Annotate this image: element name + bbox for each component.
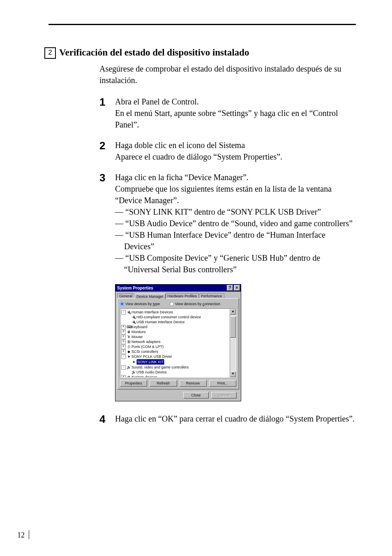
radio-label-part: ype — [154, 302, 160, 306]
section-title: Verificación del estado del dispositivo … — [59, 47, 249, 58]
radio-by-connection[interactable]: View devices by connection — [170, 302, 220, 306]
tree-item[interactable]: Network adapters — [131, 339, 161, 344]
tree-item[interactable]: Sound, video and game controllers — [131, 365, 189, 370]
tree-expand-icon[interactable]: + — [121, 375, 126, 378]
step-line: Haga doble clic en el icono del Sistema — [115, 139, 356, 151]
step-bullet: — “SONY LINK KIT” dentro de “SONY PCLK U… — [115, 206, 356, 218]
tree-collapse-icon[interactable]: - — [121, 354, 126, 359]
dialog-titlebar: System Properties ? × — [115, 285, 241, 292]
radio-by-connection-input[interactable] — [170, 302, 174, 306]
tree-item[interactable]: SONY PCLK USB Driver — [131, 354, 172, 359]
step-line: En el menú Start, apunte sobre “Settings… — [115, 107, 356, 130]
system-properties-dialog: System Properties ? × General Device Man… — [115, 284, 241, 401]
close-dialog-button[interactable]: Close — [183, 392, 209, 398]
step-number: 2 — [99, 140, 108, 162]
step-4: 4 Haga clic en “OK” para cerrar el cuadr… — [99, 413, 356, 424]
radio-by-type[interactable]: View devices by type — [120, 302, 160, 306]
print-button[interactable]: Print... — [209, 380, 236, 387]
tree-item[interactable]: USB Audio Device — [136, 370, 167, 375]
tree-item[interactable]: Keyboard — [131, 324, 148, 329]
tab-device-manager[interactable]: Device Manager — [134, 294, 166, 299]
device-tree[interactable]: -🔌Human Interface Devices 🔌HID-compliant… — [120, 309, 230, 377]
top-rule — [48, 24, 356, 25]
tree-item[interactable]: HID-compliant consumer control device — [136, 315, 201, 320]
sound-icon: 🔊 — [131, 370, 136, 375]
scrollbar[interactable]: ▲ ▼ — [230, 309, 236, 377]
tree-expand-icon[interactable]: + — [121, 340, 126, 344]
tree-item[interactable]: Mouse — [131, 334, 143, 339]
scroll-thumb[interactable] — [230, 316, 236, 338]
dialog-tabs: General Device Manager Hardware Profiles… — [117, 293, 239, 298]
step-number: 1 — [99, 97, 108, 130]
tree-expand-icon[interactable]: + — [121, 350, 126, 354]
step-1: 1 Abra el Panel de Control. En el menú S… — [99, 96, 356, 130]
tree-expand-icon[interactable]: + — [121, 330, 126, 334]
tree-collapse-icon[interactable]: - — [121, 365, 126, 370]
help-button[interactable]: ? — [227, 285, 233, 291]
step-line: Abra el Panel de Control. — [115, 96, 356, 107]
tree-item-selected[interactable]: SONY LINK KIT — [136, 359, 164, 365]
page-number-value: 12 — [17, 531, 25, 539]
refresh-button[interactable]: Refresh — [150, 380, 177, 387]
radio-label-part: View devices by — [175, 302, 203, 306]
remove-button[interactable]: Remove — [180, 380, 207, 387]
step-2: 2 Haga doble clic en el icono del Sistem… — [99, 139, 356, 162]
step-line: Haga clic en “OK” para cerrar el cuadro … — [115, 413, 356, 424]
close-button[interactable]: × — [234, 285, 240, 291]
step-line: Compruebe que los siguientes ítems están… — [115, 183, 356, 206]
device-icon: 🔌 — [127, 310, 131, 315]
mouse-icon: 🖱 — [127, 334, 131, 339]
step-number: 4 — [99, 414, 108, 424]
view-mode-radios: View devices by type View devices by con… — [120, 302, 236, 306]
step-bullet: — “USB Human Interface Device” dentro de… — [115, 229, 356, 252]
section-number-box: 2 — [44, 47, 56, 59]
step-body: Haga clic en la ficha “Device Manager”. … — [115, 171, 356, 275]
step-body: Haga doble clic en el icono del Sistema … — [115, 139, 356, 162]
scroll-up-icon[interactable]: ▲ — [230, 309, 236, 315]
step-bullet: — “USB Composite Device” y “Generic USB … — [115, 252, 356, 275]
section-heading: 2 Verificación del estado del dispositiv… — [44, 47, 356, 60]
tree-expand-icon[interactable]: + — [121, 345, 126, 349]
dialog-title: System Properties — [117, 286, 153, 290]
intro-text: Asegúrese de comprobar el estado del dis… — [99, 63, 356, 86]
system-icon: 🖥 — [127, 375, 131, 377]
device-icon: 🔌 — [131, 315, 136, 320]
cancel-button: Cancel — [211, 392, 237, 398]
radio-by-type-input[interactable] — [120, 302, 124, 306]
properties-button[interactable]: Properties — [120, 380, 147, 387]
driver-icon: ➤ — [131, 359, 136, 364]
tree-item[interactable]: USB Human Interface Device — [136, 320, 185, 324]
step-bullet: — “USB Audio Device” dentro de “Sound, v… — [115, 218, 356, 229]
radio-label-part: onnection — [204, 302, 220, 306]
tree-collapse-icon[interactable]: - — [121, 310, 126, 315]
device-tree-container: -🔌Human Interface Devices 🔌HID-compliant… — [120, 308, 236, 378]
tree-item[interactable]: Ports (COM & LPT) — [131, 344, 164, 349]
page: 2 Verificación del estado del dispositiv… — [0, 0, 392, 556]
driver-icon: ➤ — [127, 354, 131, 359]
tree-item[interactable]: Monitors — [131, 329, 146, 334]
dialog-body: General Device Manager Hardware Profiles… — [115, 292, 241, 401]
dialog-footer: Close Cancel — [117, 389, 239, 398]
sound-icon: 🔊 — [127, 365, 131, 370]
step-line: Aparece el cuadro de diálogo “System Pro… — [115, 151, 356, 162]
keyboard-icon: ⌨ — [127, 324, 131, 329]
step-3: 3 Haga clic en la ficha “Device Manager”… — [99, 171, 356, 275]
scroll-down-icon[interactable]: ▼ — [230, 371, 236, 377]
step-line: Haga clic en la ficha “Device Manager”. — [115, 171, 356, 183]
tree-expand-icon[interactable]: + — [121, 325, 126, 329]
tree-item[interactable]: Human Interface Devices — [131, 310, 173, 315]
step-body: Abra el Panel de Control. En el menú Sta… — [115, 96, 356, 130]
page-number: 12 — [17, 530, 29, 540]
dialog-panel: View devices by type View devices by con… — [117, 298, 239, 389]
device-icon: 🔌 — [131, 320, 136, 324]
tree-item[interactable]: SCSI controllers — [131, 349, 158, 354]
tree-expand-icon[interactable]: + — [121, 335, 126, 339]
dialog-action-buttons: Properties Refresh Remove Print... — [120, 380, 236, 387]
monitor-icon: 🖥 — [127, 329, 131, 334]
ports-icon: ⎙ — [127, 344, 131, 349]
radio-label-part: View devices by — [125, 302, 153, 306]
scsi-icon: ◆ — [127, 349, 131, 354]
tree-item[interactable]: System devices — [131, 375, 157, 377]
step-body: Haga clic en “OK” para cerrar el cuadro … — [115, 413, 356, 424]
network-icon: ⊞ — [127, 339, 131, 344]
